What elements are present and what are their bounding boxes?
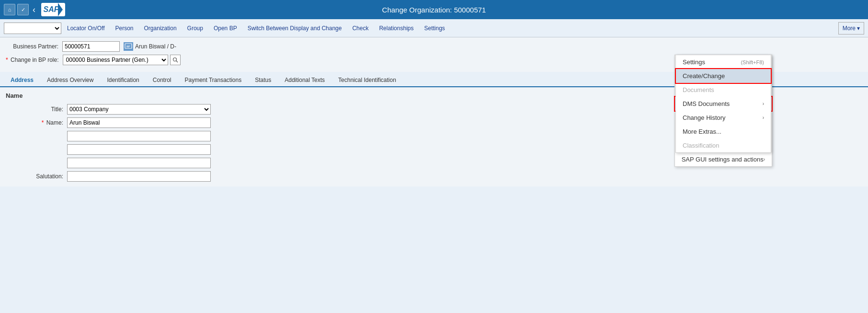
more-button[interactable]: More ▾ xyxy=(838,22,864,35)
toolbar-btn-open-bp[interactable]: Open BP xyxy=(209,22,242,35)
tab-address[interactable]: Address xyxy=(4,74,40,87)
sap-triangle xyxy=(58,3,63,16)
extras-item-settings[interactable]: Settings (Shift+F8) xyxy=(676,55,771,69)
extras-item-label: Change History xyxy=(683,114,726,121)
role-search-button[interactable] xyxy=(170,55,181,65)
user-info-text: Arun Biswal / D- xyxy=(135,43,176,50)
save-icon[interactable]: ✓ xyxy=(17,4,29,15)
more-chevron-icon: ▾ xyxy=(857,25,860,32)
extras-item-label: Classification xyxy=(683,142,720,149)
required-star: * xyxy=(6,57,8,63)
role-select[interactable]: 000000 Business Partner (Gen.) xyxy=(63,55,168,65)
extras-item-shortcut: (Shift+F8) xyxy=(741,59,764,65)
toolbar-btn-organization[interactable]: Organization xyxy=(139,22,182,35)
extras-item-create-change[interactable]: Create/Change xyxy=(676,69,771,83)
tab-status[interactable]: Status xyxy=(248,74,278,87)
tab-address-overview[interactable]: Address Overview xyxy=(40,74,100,87)
header-title: Change Organization: 50000571 xyxy=(382,6,486,14)
tab-control[interactable]: Control xyxy=(146,74,178,87)
title-select[interactable]: 0003 Company xyxy=(67,104,211,115)
back-button[interactable]: ‹ xyxy=(33,5,35,15)
tab-additional-texts[interactable]: Additional Texts xyxy=(278,74,331,87)
menu-item-sap-gui[interactable]: SAP GUI settings and actions › xyxy=(675,152,772,166)
name-required-star: * xyxy=(42,119,44,126)
tab-technical-id[interactable]: Technical Identification xyxy=(331,74,403,87)
role-label: * Change in BP role: xyxy=(6,57,59,63)
name-label-text: Name: xyxy=(46,119,63,126)
extras-item-label: More Extras... xyxy=(683,128,721,135)
sap-logo-text: SAP xyxy=(44,5,59,14)
menu-item-label: SAP GUI settings and actions xyxy=(682,156,764,163)
sap-logo: SAP xyxy=(41,3,65,16)
bp-icon xyxy=(124,42,133,51)
extra-line-3-input[interactable] xyxy=(67,158,211,168)
bp-input[interactable] xyxy=(62,41,120,52)
more-label: More xyxy=(843,25,856,32)
menus-container: Business Partner › Edit › Goto › Extras … xyxy=(674,36,868,149)
extras-item-documents: Documents xyxy=(676,83,771,97)
home-icon[interactable]: ⌂ xyxy=(4,4,15,15)
extras-submenu: Settings (Shift+F8) Create/Change Docume… xyxy=(675,55,771,153)
toolbar-btn-person[interactable]: Person xyxy=(111,22,138,35)
extras-item-dms[interactable]: DMS Documents › xyxy=(676,97,771,111)
salutation-label: Salutation: xyxy=(6,173,63,180)
submenu-chevron-icon: › xyxy=(763,101,764,106)
tab-identification[interactable]: Identification xyxy=(100,74,146,87)
toolbar: Locator On/Off Person Organization Group… xyxy=(0,19,868,37)
salutation-input[interactable] xyxy=(67,171,211,182)
toolbar-btn-switch[interactable]: Switch Between Display and Change xyxy=(243,22,347,35)
toolbar-btn-check[interactable]: Check xyxy=(347,22,373,35)
svg-point-3 xyxy=(173,58,176,61)
extras-item-label: Documents xyxy=(683,86,714,93)
extras-item-label: Settings xyxy=(683,58,705,66)
submenu-chevron-icon: › xyxy=(763,115,764,120)
bp-user-info: Arun Biswal / D- xyxy=(124,42,176,51)
toolbar-select[interactable] xyxy=(4,23,61,34)
tab-payment[interactable]: Payment Transactions xyxy=(178,74,248,87)
extras-item-more-extras[interactable]: More Extras... xyxy=(676,125,771,139)
name-input[interactable] xyxy=(67,117,211,128)
extras-item-change-history[interactable]: Change History › xyxy=(676,111,771,125)
svg-line-4 xyxy=(176,61,178,63)
bp-label: Business Partner: xyxy=(6,43,58,50)
title-label: Title: xyxy=(6,106,63,113)
submenu-chevron-icon: › xyxy=(764,157,765,162)
more-menu-wrapper: More ▾ xyxy=(838,22,864,35)
extras-item-classification: Classification xyxy=(676,139,771,152)
role-select-wrap: 000000 Business Partner (Gen.) xyxy=(63,55,181,65)
toolbar-btn-group[interactable]: Group xyxy=(183,22,208,35)
extra-line-2-input[interactable] xyxy=(67,144,211,155)
name-label: * Name: xyxy=(6,119,63,126)
name-form-grid: Title: 0003 Company * Name: Salutation: xyxy=(6,104,245,182)
header-bar: ⌂ ✓ ‹ SAP Change Organization: 50000571 xyxy=(0,0,868,19)
extra-line-1-input[interactable] xyxy=(67,131,211,141)
toolbar-btn-locator[interactable]: Locator On/Off xyxy=(62,22,110,35)
role-label-text: Change in BP role: xyxy=(11,57,59,63)
toolbar-btn-settings[interactable]: Settings xyxy=(419,22,449,35)
extras-item-label: Create/Change xyxy=(683,72,725,80)
header-icons: ⌂ ✓ xyxy=(4,4,29,15)
extras-item-label: DMS Documents xyxy=(683,100,730,107)
toolbar-btn-relationships[interactable]: Relationships xyxy=(374,22,418,35)
